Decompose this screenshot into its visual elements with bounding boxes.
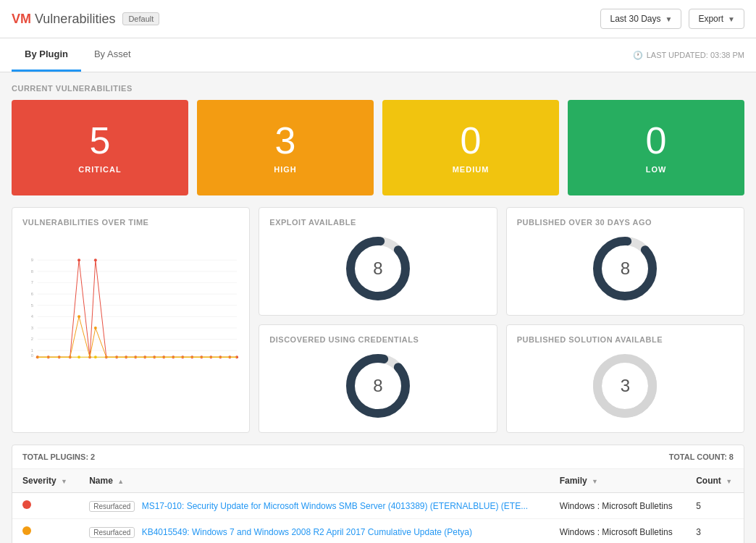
svg-text:4: 4 — [31, 314, 34, 319]
svg-point-42 — [77, 315, 80, 318]
exploit-title: EXPLOIT AVAILABLE — [269, 218, 486, 227]
name-sort-icon: ▲ — [117, 478, 124, 485]
critical-card: 5 CRITICAL — [12, 100, 188, 195]
name-col-label: Name — [89, 476, 113, 486]
exploit-value: 8 — [373, 258, 382, 279]
tab-by-asset[interactable]: By Asset — [81, 38, 144, 72]
published-solution-donut: 3 — [589, 350, 661, 422]
top-bar-right: Last 30 Days ▼ Export ▼ — [600, 9, 744, 29]
last-updated-text: LAST UPDATED: 03:38 PM — [647, 51, 744, 59]
family-col-label: Family — [560, 476, 587, 486]
svg-point-43 — [94, 327, 97, 329]
medium-label: MEDIUM — [394, 165, 547, 174]
top-bar: VM Vulnerabilities Default Last 30 Days … — [0, 0, 756, 38]
vuln-name-link-0[interactable]: MS17-010: Security Update for Microsoft … — [142, 501, 529, 511]
published-30-value: 8 — [621, 258, 630, 279]
exploit-donut-container: 8 — [269, 232, 486, 305]
high-card: 3 HIGH — [197, 100, 374, 195]
svg-text:0: 0 — [31, 353, 34, 358]
severity-dot-1 — [22, 526, 31, 535]
top-bar-left: VM Vulnerabilities Default — [12, 12, 159, 27]
default-badge: Default — [122, 12, 159, 25]
svg-point-46 — [94, 355, 97, 358]
line-chart-svg: 9 8 7 6 5 4 3 2 1 0 — [22, 234, 239, 379]
svg-text:3: 3 — [31, 326, 33, 330]
app-title: VM Vulnerabilities — [12, 12, 115, 27]
total-plugins: TOTAL PLUGINS: 2 — [22, 452, 95, 461]
time-range-label: Last 30 Days — [610, 14, 660, 24]
table-row: Resurfaced MS17-010: Security Update for… — [12, 493, 744, 519]
resurfaced-badge-1: Resurfaced — [89, 527, 135, 538]
table-body: Resurfaced MS17-010: Security Update for… — [12, 493, 744, 544]
time-range-button[interactable]: Last 30 Days ▼ — [600, 9, 681, 29]
published-solution-title: PUBLISHED SOLUTION AVAILABLE — [517, 335, 734, 344]
critical-label: CRITICAL — [23, 165, 177, 174]
resurfaced-badge-0: Resurfaced — [89, 501, 135, 512]
line-chart-title: VULNERABILITIES OVER TIME — [22, 218, 239, 227]
published-30-panel: PUBLISHED OVER 30 DAYS AGO 8 — [506, 207, 744, 316]
table-header-row: TOTAL PLUGINS: 2 TOTAL COUNT: 8 — [12, 445, 744, 469]
low-count: 0 — [579, 122, 733, 159]
current-vuln-label: CURRENT VULNERABILITIES — [12, 84, 744, 93]
vulnerabilities-table: Severity ▼ Name ▲ Family ▼ Count ▼ — [12, 469, 744, 543]
svg-text:8: 8 — [31, 269, 33, 274]
published-30-title: PUBLISHED OVER 30 DAYS AGO — [517, 218, 734, 227]
exploit-available-panel: EXPLOIT AVAILABLE 8 — [259, 207, 497, 316]
svg-point-21 — [77, 258, 80, 261]
main-content: CURRENT VULNERABILITIES 5 CRITICAL 3 HIG… — [0, 72, 756, 543]
export-label: Export — [698, 14, 723, 24]
svg-text:9: 9 — [31, 258, 33, 262]
severity-cell-1 — [12, 519, 79, 544]
published-30-container: 8 — [517, 232, 734, 305]
count-col-label: Count — [696, 476, 721, 486]
time-range-chevron-icon: ▼ — [665, 15, 673, 23]
svg-point-45 — [77, 355, 80, 358]
svg-text:1: 1 — [31, 348, 33, 353]
published-solution-panel: PUBLISHED SOLUTION AVAILABLE 3 — [506, 324, 744, 433]
published-solution-container: 3 — [517, 350, 734, 422]
col-family[interactable]: Family ▼ — [550, 469, 686, 493]
count-cell-1: 3 — [686, 519, 744, 544]
discovered-creds-panel: DISCOVERED USING CREDENTIALS 8 — [259, 324, 497, 433]
col-count[interactable]: Count ▼ — [686, 469, 744, 493]
export-chevron-icon: ▼ — [728, 15, 735, 23]
family-cell-0: Windows : Microsoft Bulletins — [550, 493, 686, 519]
count-cell-0: 5 — [686, 493, 744, 519]
critical-count: 5 — [23, 122, 177, 159]
line-chart-panel: VULNERABILITIES OVER TIME 9 8 7 6 5 4 3 … — [12, 207, 250, 433]
clock-icon: 🕐 — [633, 51, 643, 60]
severity-col-label: Severity — [22, 476, 56, 486]
tab-bar: By Plugin By Asset 🕐 LAST UPDATED: 03:38… — [0, 38, 756, 72]
severity-sort-icon: ▼ — [61, 478, 67, 485]
middle-grid: VULNERABILITIES OVER TIME 9 8 7 6 5 4 3 … — [12, 207, 744, 433]
name-cell-1: Resurfaced KB4015549: Windows 7 and Wind… — [79, 519, 549, 544]
svg-text:6: 6 — [31, 292, 33, 296]
bottom-table-section: TOTAL PLUGINS: 2 TOTAL COUNT: 8 Severity… — [12, 445, 744, 543]
vuln-name-link-1[interactable]: KB4015549: Windows 7 and Windows 2008 R2… — [142, 527, 472, 537]
export-button[interactable]: Export ▼ — [689, 9, 744, 29]
low-label: LOW — [579, 165, 733, 174]
last-updated: 🕐 LAST UPDATED: 03:38 PM — [633, 51, 744, 60]
low-card: 0 LOW — [568, 100, 744, 195]
tab-by-plugin[interactable]: By Plugin — [12, 38, 81, 72]
discovered-creds-donut: 8 — [342, 350, 414, 422]
svg-text:5: 5 — [31, 303, 33, 308]
name-cell-0: Resurfaced MS17-010: Security Update for… — [79, 493, 549, 519]
discovered-creds-container: 8 — [269, 350, 486, 422]
medium-count: 0 — [394, 122, 547, 159]
col-name[interactable]: Name ▲ — [79, 469, 549, 493]
col-severity[interactable]: Severity ▼ — [12, 469, 79, 493]
count-sort-icon: ▼ — [726, 478, 732, 485]
vuln-part: Vulnerabilities — [35, 12, 115, 26]
published-30-donut: 8 — [589, 232, 661, 305]
family-cell-1: Windows : Microsoft Bulletins — [550, 519, 686, 544]
exploit-donut: 8 — [342, 232, 414, 305]
medium-card: 0 MEDIUM — [382, 100, 559, 195]
vuln-cards: 5 CRITICAL 3 HIGH 0 MEDIUM 0 LOW — [12, 100, 744, 195]
severity-dot-0 — [22, 500, 31, 509]
discovered-creds-value: 8 — [373, 376, 382, 396]
svg-text:2: 2 — [31, 337, 33, 342]
table-head-row: Severity ▼ Name ▲ Family ▼ Count ▼ — [12, 469, 744, 493]
svg-text:7: 7 — [31, 280, 33, 285]
family-sort-icon: ▼ — [592, 478, 598, 485]
